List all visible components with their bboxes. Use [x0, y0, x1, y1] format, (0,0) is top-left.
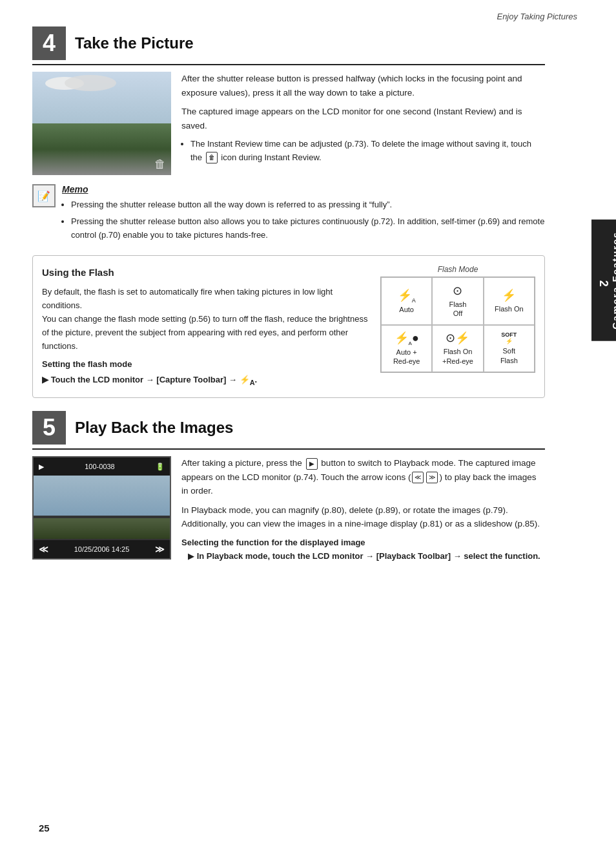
step4-number: 4 — [32, 26, 66, 60]
flash-auto-icon: ⚡A — [398, 288, 416, 304]
cloud2 — [65, 75, 116, 91]
side-tab: 2 Camera Features — [591, 220, 616, 341]
prev-arrow[interactable]: ≪ — [39, 544, 48, 554]
flash-text: Using the Flash By default, the flash is… — [42, 265, 370, 388]
flash-cell-auto: ⚡A Auto — [381, 277, 432, 324]
flash-grid: ⚡A Auto ⊙ FlashOff ⚡ Flash On ⚡A● Auto +… — [380, 277, 535, 372]
flash-cell-auto-redeye: ⚡A● Auto +Red-eye — [381, 325, 432, 372]
flash-on-redeye-icon: ⊙⚡ — [446, 331, 469, 345]
flash-auto-label: Auto — [399, 305, 414, 314]
memo-bullet1: Pressing the shutter release button all … — [71, 198, 545, 212]
playback-button-icon: ▶ — [306, 458, 318, 470]
flash-auto-redeye-label: Auto +Red-eye — [393, 348, 420, 366]
step4-header: 4 Take the Picture — [32, 26, 545, 65]
step5-instruction-text: In Playback mode, touch the LCD monitor … — [197, 551, 540, 561]
step5-header: 5 Play Back the Images — [32, 411, 545, 450]
left-arrow-icon: ≪ — [412, 472, 424, 483]
page-header: Enjoy Taking Pictures — [0, 0, 616, 26]
playback-sky — [34, 476, 170, 516]
step4-text: After the shutter release button is pres… — [181, 72, 545, 175]
flash-para1: By default, the flash is set to automati… — [42, 286, 370, 313]
flash-instruction-text: Touch the LCD monitor → [Capture Toolbar… — [51, 375, 257, 384]
flash-cell-soft: SOFT⚡ SoftFlash — [484, 325, 535, 372]
playback-battery-icon: 🔋 — [156, 463, 165, 471]
playback-datetime: 10/25/2006 14:25 — [74, 545, 130, 553]
playback-top-bar: ▶ 100-0038 🔋 — [34, 457, 170, 476]
flash-cell-off: ⊙ FlashOff — [432, 277, 483, 324]
step5-bold-label: Selecting the function for the displayed… — [181, 536, 545, 550]
flash-setting-label: Setting the flash mode — [42, 358, 370, 372]
flash-on-icon: ⚡ — [502, 288, 516, 302]
step5-playback-image: ▶ 100-0038 🔋 ≪ 10/25/2006 14:25 ≫ — [32, 456, 171, 560]
ground-layer — [32, 123, 171, 175]
step4-bullet1: The Instant Review time can be adjusted … — [190, 138, 545, 163]
step4-bullets: The Instant Review time can be adjusted … — [190, 138, 545, 163]
memo-box: 📝 Memo Pressing the shutter release butt… — [32, 184, 545, 245]
step5-content: ▶ 100-0038 🔋 ≪ 10/25/2006 14:25 ≫ After … — [32, 456, 545, 563]
memo-bullets: Pressing the shutter release button all … — [71, 198, 545, 242]
chapter-number: 2 — [597, 280, 610, 287]
flash-grid-container: Flash Mode ⚡A Auto ⊙ FlashOff ⚡ Flash On… — [380, 265, 535, 372]
step5-text: After taking a picture, press the ▶ butt… — [181, 456, 545, 563]
step5-title: Play Back the Images — [75, 419, 233, 437]
step4-camera-image: 🗑 — [32, 72, 171, 175]
flash-on-label: Flash On — [495, 304, 524, 313]
playback-bottom-bar: ≪ 10/25/2006 14:25 ≫ — [34, 540, 170, 558]
memo-bullet2: Pressing the shutter release button also… — [71, 215, 545, 242]
page-number: 25 — [39, 823, 50, 833]
flash-on-redeye-label: Flash On+Red-eye — [442, 347, 473, 366]
arrow-symbol-5: ▶ — [188, 551, 194, 561]
step5-para1: After taking a picture, press the ▶ butt… — [181, 456, 545, 498]
flash-soft-icon: SOFT⚡ — [501, 331, 517, 344]
right-arrow-icon: ≫ — [426, 472, 438, 483]
flash-off-label: FlashOff — [449, 300, 467, 319]
arrow-symbol: ▶ — [42, 375, 48, 384]
memo-title: Memo — [62, 184, 545, 194]
trash-icon: 🗑 — [154, 158, 166, 171]
playback-mode-icon: ▶ — [39, 463, 44, 471]
flash-auto-redeye-icon: ⚡A● — [395, 331, 419, 346]
step5-instruction: ▶ In Playback mode, touch the LCD monito… — [188, 550, 545, 563]
memo-content: Memo Pressing the shutter release button… — [62, 184, 545, 245]
step4-title: Take the Picture — [75, 34, 194, 52]
step4-para1: After the shutter release button is pres… — [181, 72, 545, 100]
step4-content: 🗑 After the shutter release button is pr… — [32, 72, 545, 175]
playback-file-number: 100-0038 — [85, 463, 115, 470]
flash-off-icon: ⊙ — [453, 284, 462, 298]
flash-cell-on: ⚡ Flash On — [484, 277, 535, 324]
flash-heading: Using the Flash — [42, 265, 370, 280]
next-arrow[interactable]: ≫ — [155, 544, 165, 554]
step5-para2: In Playback mode, you can magnify (p.80)… — [181, 503, 545, 531]
flash-soft-label: SoftFlash — [500, 346, 518, 365]
step4-para2: The captured image appears on the LCD mo… — [181, 105, 545, 132]
flash-para2: You can change the flash mode setting (p… — [42, 313, 370, 353]
flash-cell-on-redeye: ⊙⚡ Flash On+Red-eye — [432, 325, 483, 372]
playback-ground — [34, 518, 170, 539]
flash-mode-label: Flash Mode — [380, 265, 535, 274]
step5-number: 5 — [32, 411, 66, 445]
flash-instruction: ▶ Touch the LCD monitor → [Capture Toolb… — [42, 373, 370, 388]
memo-icon: 📝 — [32, 184, 56, 207]
flash-section: Using the Flash By default, the flash is… — [32, 255, 545, 398]
chapter-title: Camera Features — [610, 231, 616, 330]
trash-inline-icon: 🗑 — [206, 152, 218, 163]
